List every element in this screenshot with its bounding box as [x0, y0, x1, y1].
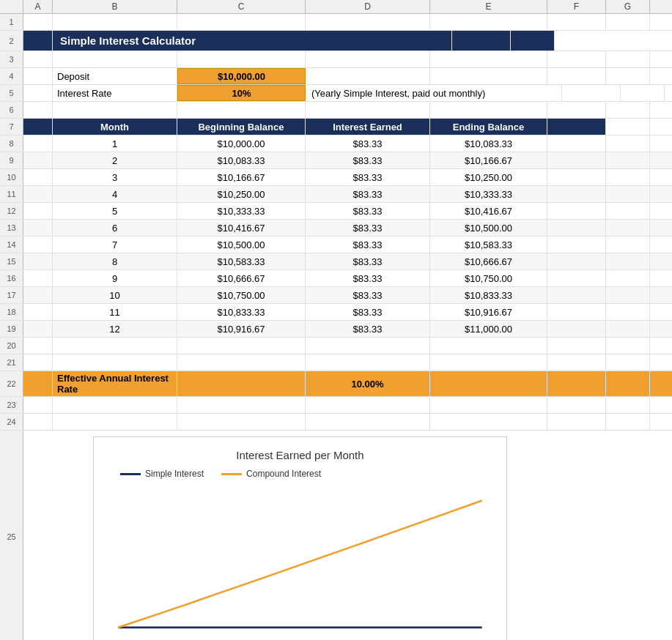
spreadsheet: A B C D E F G 1 2 Simple Interest Calcul… [0, 0, 672, 640]
interest-rate-value[interactable]: 10% [177, 85, 306, 101]
table-row-6: 13 6 $10,416.67 $83.33 $10,500.00 [0, 220, 672, 237]
row-23: 23 [0, 397, 672, 414]
col-header-g: G [606, 0, 650, 13]
column-headers: A B C D E F G [0, 0, 672, 14]
table-row-10: 17 10 $10,750.00 $83.33 $10,833.33 [0, 287, 672, 304]
cell-beginning-2: $10,083.33 [177, 152, 306, 168]
cell-beginning-7: $10,500.00 [177, 237, 306, 253]
col-header-e: E [430, 0, 547, 13]
cell-interest-2: $83.33 [306, 152, 430, 168]
cell-ending-11: $10,916.67 [430, 304, 547, 320]
chart-title: Interest Earned per Month [106, 449, 495, 461]
cell-interest-4: $83.33 [306, 186, 430, 202]
table-row-1: 8 1 $10,000.00 $83.33 $10,083.33 [0, 135, 672, 152]
row-2-title: 2 Simple Interest Calculator [0, 31, 672, 51]
row-5-interest-rate: 5 Interest Rate 10% (Yearly Simple Inter… [0, 85, 672, 102]
cell-interest-3: $83.33 [306, 169, 430, 185]
col-header-beginning: Beginning Balance [177, 119, 306, 135]
deposit-value[interactable]: $10,000.00 [177, 68, 306, 84]
cell-beginning-12: $10,916.67 [177, 321, 306, 337]
col-header-d: D [306, 0, 430, 13]
row-20: 20 [0, 338, 672, 354]
row-22-effective-rate: 22 Effective Annual Interest Rate 10.00% [0, 371, 672, 397]
col-header-b: B [53, 0, 177, 13]
col-header-a: A [23, 0, 53, 13]
cell-beginning-6: $10,416.67 [177, 220, 306, 236]
cell-beginning-3: $10,166.67 [177, 169, 306, 185]
cell-interest-12: $83.33 [306, 321, 430, 337]
table-row-5: 12 5 $10,333.33 $83.33 $10,416.67 [0, 203, 672, 220]
table-row-8: 15 8 $10,583.33 $83.33 $10,666.67 [0, 253, 672, 270]
effective-rate-value: 10.00% [306, 371, 430, 396]
chart-legend: Simple Interest Compound Interest [120, 469, 495, 479]
deposit-label: Deposit [53, 68, 177, 84]
effective-rate-label: Effective Annual Interest Rate [53, 371, 177, 396]
row-4-deposit: 4 Deposit $10,000.00 [0, 68, 672, 85]
cell-ending-6: $10,500.00 [430, 220, 547, 236]
cell-month-4: 4 [53, 186, 177, 202]
chart-container: Interest Earned per Month Simple Interes… [93, 436, 507, 640]
simple-legend-label: Simple Interest [145, 469, 204, 479]
cell-month-6: 6 [53, 220, 177, 236]
row-7-table-headers: 7 Month Beginning Balance Interest Earne… [0, 119, 672, 135]
cell-interest-5: $83.33 [306, 203, 430, 219]
table-row-2: 9 2 $10,083.33 $83.33 $10,166.67 [0, 152, 672, 169]
row-3: 3 [0, 51, 672, 68]
cell-ending-10: $10,833.33 [430, 287, 547, 303]
cell-ending-7: $10,583.33 [430, 237, 547, 253]
row-21: 21 [0, 354, 672, 371]
table-row-4: 11 4 $10,250.00 $83.33 $10,333.33 [0, 186, 672, 203]
row-chart-start: 25 Interest Earned per Month Simple Inte… [0, 431, 672, 640]
cell-interest-6: $83.33 [306, 220, 430, 236]
cell-month-10: 10 [53, 287, 177, 303]
cell-ending-1: $10,083.33 [430, 135, 547, 152]
cell-ending-8: $10,666.67 [430, 253, 547, 269]
cell-interest-10: $83.33 [306, 287, 430, 303]
table-body: 8 1 $10,000.00 $83.33 $10,083.33 9 2 $10… [0, 135, 672, 338]
col-header-f: F [547, 0, 606, 13]
table-row-7: 14 7 $10,500.00 $83.33 $10,583.33 [0, 237, 672, 253]
cell-month-9: 9 [53, 270, 177, 286]
cell-interest-1: $83.33 [306, 135, 430, 152]
cell-beginning-9: $10,666.67 [177, 270, 306, 286]
simple-legend-line [120, 473, 141, 475]
legend-simple: Simple Interest [120, 469, 204, 479]
row-1: 1 [0, 14, 672, 31]
col-header-ending: Ending Balance [430, 119, 547, 135]
compound-legend-label: Compound Interest [246, 469, 321, 479]
interest-note: (Yearly Simple Interest, paid out monthl… [306, 85, 562, 101]
cell-beginning-4: $10,250.00 [177, 186, 306, 202]
cell-ending-5: $10,416.67 [430, 203, 547, 219]
corner-cell [0, 0, 23, 13]
compound-legend-line [221, 473, 242, 475]
cell-month-5: 5 [53, 203, 177, 219]
cell-beginning-8: $10,583.33 [177, 253, 306, 269]
cell-beginning-1: $10,000.00 [177, 135, 306, 152]
cell-beginning-10: $10,750.00 [177, 287, 306, 303]
chart-section: Interest Earned per Month Simple Interes… [53, 431, 547, 640]
cell-beginning-5: $10,333.33 [177, 203, 306, 219]
cell-month-12: 12 [53, 321, 177, 337]
cell-month-3: 3 [53, 169, 177, 185]
row-24: 24 [0, 414, 672, 431]
cell-ending-9: $10,750.00 [430, 270, 547, 286]
cell-ending-4: $10,333.33 [430, 186, 547, 202]
cell-month-1: 1 [53, 135, 177, 152]
cell-ending-2: $10,166.67 [430, 152, 547, 168]
cell-month-7: 7 [53, 237, 177, 253]
table-row-9: 16 9 $10,666.67 $83.33 $10,750.00 [0, 270, 672, 287]
table-row-11: 18 11 $10,833.33 $83.33 $10,916.67 [0, 304, 672, 321]
cell-beginning-11: $10,833.33 [177, 304, 306, 320]
chart-svg [106, 485, 495, 639]
chart-area [106, 485, 495, 639]
spreadsheet-title: Simple Interest Calculator [53, 31, 452, 51]
interest-rate-label: Interest Rate [53, 85, 177, 101]
table-row-3: 10 3 $10,166.67 $83.33 $10,250.00 [0, 169, 672, 186]
col-header-c: C [177, 0, 306, 13]
cell-month-8: 8 [53, 253, 177, 269]
table-row-12: 19 12 $10,916.67 $83.33 $11,000.00 [0, 321, 672, 338]
col-header-month: Month [53, 119, 177, 135]
cell-interest-7: $83.33 [306, 237, 430, 253]
cell-ending-3: $10,250.00 [430, 169, 547, 185]
col-header-interest: Interest Earned [306, 119, 430, 135]
